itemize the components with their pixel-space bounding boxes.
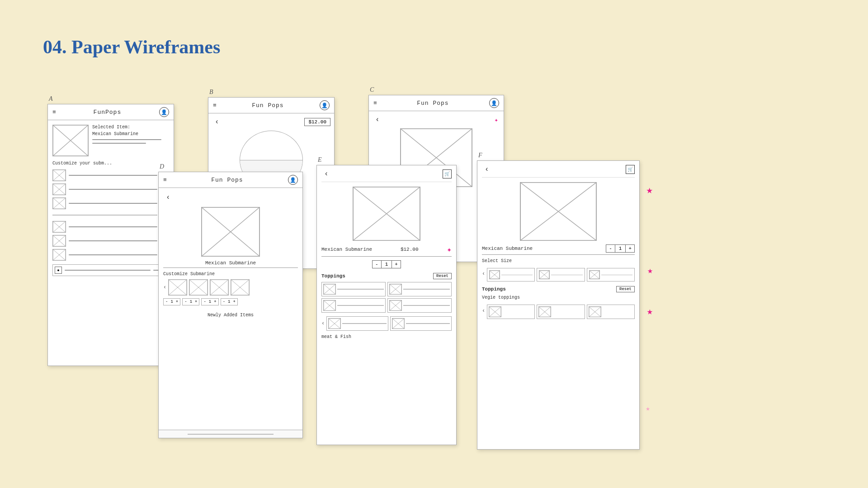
card-d-header: ≡ Fun Pops 👤 [159, 172, 302, 188]
customize-label-d: Customize Submarine [163, 272, 298, 277]
star-icon-4: ★ [646, 404, 650, 413]
card-a-header: ≡ FunPops 👤 [48, 104, 174, 120]
back-btn-c: ‹ [373, 115, 382, 125]
star-icon-1: ★ [646, 183, 653, 197]
hamburger-icon: ≡ [52, 109, 56, 116]
card-c-label: C [370, 86, 374, 94]
card-f-label: F [478, 152, 482, 159]
customize-label: Customize your subm... [52, 161, 169, 166]
hamburger-icon-b: ≡ [213, 102, 216, 109]
app-title-c: Fun Pops [417, 100, 448, 107]
star-icon-3: ★ [647, 305, 653, 318]
user-icon: 👤 [159, 107, 169, 117]
select-size-label: Select Size [482, 258, 635, 263]
card-e-content: ‹ 🛒 Mexican Submarine $12.00 ✦ - [317, 165, 456, 343]
cart-icon-e: 🛒 [443, 169, 452, 178]
app-title-d: Fun Pops [211, 177, 243, 183]
app-title: FunPops [94, 109, 122, 116]
card-e-label: E [318, 156, 322, 164]
star-icon-2: ★ [647, 265, 653, 276]
qty-control-f[interactable]: - 1 + [606, 244, 635, 253]
item-row-1: -|+ [52, 169, 169, 181]
hamburger-icon-d: ≡ [163, 177, 166, 183]
card-a-content: Selected Item: Mexican Submarine Customi… [48, 120, 174, 281]
qty-control-e[interactable]: - 1 + [372, 260, 401, 268]
user-icon-d: 👤 [288, 175, 298, 185]
user-icon-c: 👤 [489, 98, 499, 108]
back-btn-b: ‹ [212, 117, 222, 127]
toppings-label-f: Toppings [482, 286, 506, 292]
user-icon-b: 👤 [320, 100, 330, 110]
reset-btn-f[interactable]: Reset [616, 286, 635, 292]
hamburger-icon-c: ≡ [373, 100, 377, 107]
page-title: 04. Paper Wireframes [43, 36, 220, 58]
card-d-content: ‹ Mexican Submarine Customize Submarine … [159, 188, 302, 322]
card-b-label: B [209, 89, 213, 96]
toppings-label-e: Toppings [321, 273, 345, 279]
wireframe-card-e: E ‹ 🛒 Mexican Submarine $12.00 ✦ [316, 165, 457, 445]
selected-item-label: Selected Item: [92, 125, 169, 130]
app-title-b: Fun Pops [252, 102, 283, 109]
price-badge: $12.00 [304, 118, 330, 126]
wireframes-container: A ≡ FunPops 👤 Selected Item: Mexic [36, 90, 832, 465]
selected-item-value: Mexican Submarine [92, 131, 169, 136]
toppings-grid-e [321, 282, 452, 313]
wireframe-card-f: F ★ ★ ★ ★ ‹ 🛒 Mexican Submarine [477, 160, 640, 450]
wireframe-card-a: A ≡ FunPops 👤 Selected Item: Mexic [47, 104, 174, 366]
card-d-label: D [160, 163, 164, 170]
card-f-content: ‹ 🛒 Mexican Submarine - 1 + [477, 161, 639, 324]
price-e: $12.00 [401, 247, 419, 252]
item-name-f: Mexican Submarine [482, 246, 533, 251]
card-a-label: A [49, 95, 53, 103]
vegie-toppings-label: Vegie toppings [482, 295, 635, 300]
item-name-d: Mexican Submarine [163, 260, 298, 266]
meat-fish-label-e: meat & Fish [321, 334, 452, 339]
item-row-3: -|+ [52, 197, 169, 209]
cart-icon-f: 🛒 [626, 165, 635, 174]
wireframe-card-d: D ≡ Fun Pops 👤 ‹ Mexican Submarine Custo… [158, 172, 303, 438]
card-b-header: ≡ Fun Pops 👤 [208, 98, 334, 113]
item-row-2: -|+ [52, 183, 169, 195]
item-name-e: Mexican Submarine [321, 247, 372, 252]
newly-added-d: Newly Added Items [163, 313, 298, 318]
card-c-header: ≡ Fun Pops 👤 [369, 95, 504, 111]
reset-btn-e[interactable]: Reset [433, 273, 452, 279]
